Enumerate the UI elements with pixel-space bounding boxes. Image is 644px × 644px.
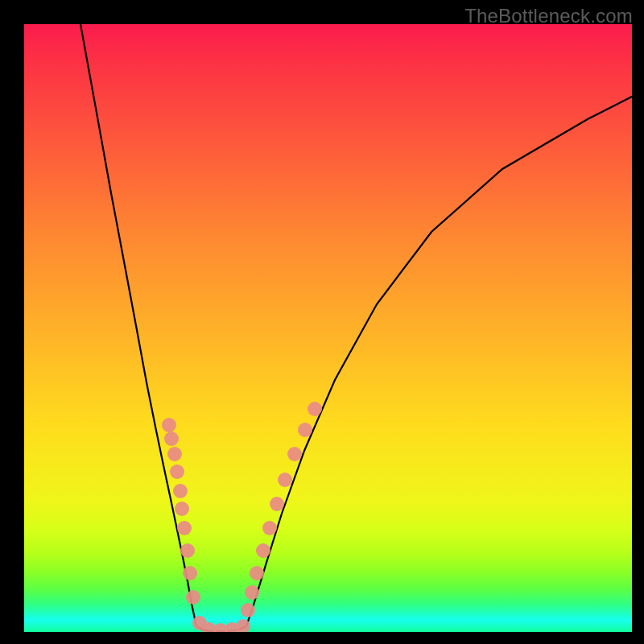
marker-dot bbox=[298, 423, 312, 437]
marker-dot bbox=[164, 431, 179, 446]
marker-dot bbox=[278, 473, 292, 487]
watermark-text: TheBottleneck.com bbox=[464, 5, 633, 27]
marker-dot bbox=[186, 590, 200, 605]
marker-dot bbox=[250, 566, 264, 580]
marker-dots-left bbox=[162, 418, 239, 632]
marker-dot bbox=[245, 585, 259, 600]
marker-dot bbox=[173, 484, 188, 498]
marker-dot bbox=[170, 464, 184, 479]
plot-area bbox=[24, 24, 632, 632]
curve-layer bbox=[24, 24, 632, 632]
chart-frame: TheBottleneck.com bbox=[0, 0, 644, 644]
marker-dot bbox=[162, 418, 176, 432]
marker-dot bbox=[183, 566, 197, 580]
marker-dot bbox=[177, 521, 192, 535]
marker-dot bbox=[262, 521, 277, 535]
marker-dot bbox=[256, 543, 270, 558]
marker-dot bbox=[241, 603, 255, 617]
marker-dot bbox=[175, 502, 189, 516]
marker-dot bbox=[167, 447, 182, 461]
marker-dot bbox=[308, 402, 322, 416]
marker-dot bbox=[180, 543, 195, 558]
marker-dot bbox=[287, 447, 302, 461]
curve-right-arm bbox=[246, 97, 632, 626]
marker-dot bbox=[270, 497, 284, 511]
marker-dots-right bbox=[236, 402, 322, 632]
curve-left-arm bbox=[80, 24, 196, 626]
